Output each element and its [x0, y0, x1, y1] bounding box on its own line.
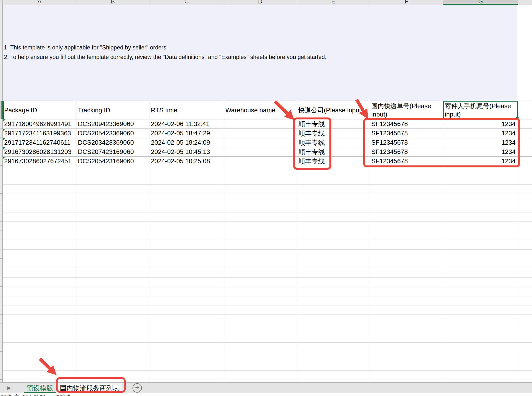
empty-cell[interactable]	[370, 222, 443, 231]
empty-cell[interactable]	[370, 166, 443, 175]
empty-cell[interactable]	[3, 212, 76, 222]
empty-cell[interactable]	[224, 287, 297, 296]
empty-cell[interactable]	[149, 166, 224, 175]
column-header-f[interactable]: F	[370, 0, 443, 5]
empty-cell[interactable]	[370, 212, 443, 222]
empty-cell[interactable]	[443, 203, 518, 212]
empty-cell[interactable]	[3, 296, 76, 305]
empty-cell[interactable]	[443, 231, 518, 240]
empty-cell[interactable]	[149, 371, 224, 380]
empty-cell[interactable]	[518, 371, 532, 380]
empty-cell[interactable]	[518, 352, 532, 361]
empty-cell[interactable]	[518, 166, 532, 175]
empty-cell[interactable]	[3, 343, 76, 352]
empty-cell[interactable]	[3, 268, 76, 278]
empty-cell[interactable]	[518, 240, 532, 250]
empty-cell[interactable]	[149, 305, 224, 315]
empty-cell[interactable]	[76, 212, 149, 222]
empty-cell[interactable]	[224, 296, 297, 305]
cell-package-id[interactable]: 2917180049626991491	[3, 119, 76, 129]
column-header-e[interactable]: E	[297, 0, 370, 5]
cell-warehouse[interactable]	[224, 157, 297, 166]
empty-cell[interactable]	[518, 305, 532, 315]
empty-cell[interactable]	[76, 371, 149, 380]
select-all-corner[interactable]	[0, 0, 3, 5]
accessibility-icon[interactable]	[14, 394, 19, 396]
empty-cell[interactable]	[3, 361, 76, 371]
empty-cell[interactable]	[224, 352, 297, 361]
empty-cell[interactable]	[149, 203, 224, 212]
cell-tracking-id[interactable]: DCS203423369060	[76, 138, 149, 147]
empty-cell[interactable]	[76, 166, 149, 175]
header-cell-package-id[interactable]: Package ID	[3, 101, 76, 119]
empty-cell[interactable]	[443, 268, 518, 278]
cell-sender-phone[interactable]: 1234	[443, 129, 518, 138]
empty-cell[interactable]	[370, 352, 443, 361]
column-header-b[interactable]: B	[76, 0, 149, 5]
add-sheet-button[interactable]: +	[133, 383, 142, 393]
empty-cell[interactable]	[518, 324, 532, 333]
empty-cell[interactable]	[149, 278, 224, 287]
cell-domestic-tracking[interactable]: SF12345678	[370, 138, 443, 147]
empty-cell[interactable]	[3, 250, 76, 259]
empty-cell[interactable]	[3, 287, 76, 296]
empty-cell[interactable]	[443, 185, 518, 194]
empty-cell[interactable]	[3, 324, 76, 333]
empty-cell[interactable]	[370, 343, 443, 352]
empty-cell[interactable]	[3, 185, 76, 194]
empty-cell[interactable]	[518, 250, 532, 259]
empty-cell[interactable]	[297, 231, 370, 240]
empty-cell[interactable]	[149, 343, 224, 352]
empty-cell[interactable]	[370, 240, 443, 250]
column-header-a[interactable]: A	[3, 0, 76, 5]
empty-cell[interactable]	[518, 278, 532, 287]
empty-cell[interactable]	[370, 296, 443, 305]
empty-cell[interactable]	[297, 371, 370, 380]
empty-cell[interactable]	[3, 380, 76, 382]
empty-cell[interactable]	[224, 250, 297, 259]
empty-cell[interactable]	[518, 343, 532, 352]
empty-cell[interactable]	[297, 212, 370, 222]
empty-cell[interactable]	[443, 259, 518, 268]
column-header-d[interactable]: D	[224, 0, 297, 5]
cell-sender-phone[interactable]: 1234	[443, 138, 518, 147]
empty-cell[interactable]	[3, 305, 76, 315]
empty-cell[interactable]	[443, 315, 518, 324]
empty-cell[interactable]	[149, 194, 224, 203]
empty-cell[interactable]	[518, 185, 532, 194]
empty-cell[interactable]	[224, 166, 297, 175]
empty-cell[interactable]	[224, 185, 297, 194]
empty-cell[interactable]	[443, 352, 518, 361]
empty-cell[interactable]	[443, 343, 518, 352]
empty-cell[interactable]	[370, 361, 443, 371]
empty-cell[interactable]	[443, 222, 518, 231]
column-header-g-selected[interactable]: G	[443, 0, 518, 5]
empty-cell[interactable]	[76, 315, 149, 324]
empty-cell[interactable]	[149, 175, 224, 185]
header-cell-warehouse[interactable]: Warehouse name	[224, 101, 297, 119]
empty-cell[interactable]	[224, 361, 297, 371]
empty-cell[interactable]	[297, 250, 370, 259]
empty-cell[interactable]	[370, 268, 443, 278]
header-cell-sender-phone[interactable]: 寄件人手机尾号(Please input)	[443, 101, 518, 119]
empty-cell[interactable]	[224, 278, 297, 287]
empty-cell[interactable]	[224, 240, 297, 250]
header-cell-domestic-tracking[interactable]: 国内快递单号(Please input)	[370, 101, 443, 119]
cell-domestic-tracking[interactable]: SF12345678	[370, 119, 443, 129]
empty-cell[interactable]	[370, 315, 443, 324]
empty-cell[interactable]	[3, 333, 76, 343]
empty-cell[interactable]	[443, 287, 518, 296]
empty-cell[interactable]	[297, 296, 370, 305]
empty-cell[interactable]	[76, 250, 149, 259]
empty-cell[interactable]	[76, 296, 149, 305]
empty-cell[interactable]	[443, 296, 518, 305]
cell-warehouse[interactable]	[224, 129, 297, 138]
empty-cell[interactable]	[443, 250, 518, 259]
empty-cell[interactable]	[149, 212, 224, 222]
empty-cell[interactable]	[76, 222, 149, 231]
empty-cell[interactable]	[518, 287, 532, 296]
cell-package-id[interactable]: 2916730286027672451	[3, 157, 76, 166]
cell-rts-time[interactable]: 2024-02-05 18:24:09	[149, 138, 224, 147]
cell-courier[interactable]: 顺丰专线	[297, 119, 370, 129]
empty-cell[interactable]	[518, 175, 532, 185]
